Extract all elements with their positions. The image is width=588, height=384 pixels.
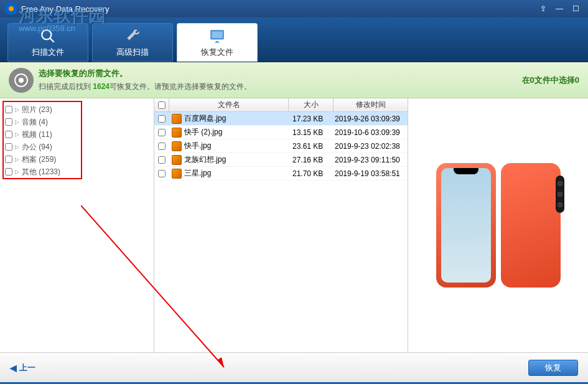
file-date: 2019-9-23 09:11:50 — [334, 156, 408, 164]
preview-phone-back — [501, 163, 561, 288]
chevron-right-icon: ▷ — [15, 156, 20, 162]
maximize-button[interactable]: ☐ — [568, 2, 583, 15]
file-list: 文件名 大小 修改时间 百度网盘.jpg 17.23 KB 2019-9-26 … — [154, 98, 408, 352]
recover-button[interactable]: 恢复 — [528, 360, 578, 376]
magnifier-icon — [39, 27, 57, 45]
col-size[interactable]: 大小 — [289, 98, 334, 111]
file-date: 2019-9-19 03:58:51 — [334, 169, 408, 178]
preview-phone-front — [436, 163, 496, 288]
category-item[interactable]: ▷音频 (4) — [0, 116, 154, 128]
image-file-icon — [172, 169, 182, 179]
tab-recover[interactable]: 恢复文件 — [177, 23, 258, 62]
col-name[interactable]: 文件名 — [169, 98, 289, 111]
file-size: 17.23 KB — [289, 115, 334, 123]
file-date: 2019-9-26 03:09:39 — [334, 115, 408, 123]
svg-point-0 — [42, 30, 51, 39]
category-sidebar: ▷照片 (23)▷音频 (4)▷视频 (11)▷办公 (94)▷档案 (259)… — [0, 98, 154, 352]
category-item[interactable]: ▷其他 (1233) — [0, 166, 154, 178]
info-title: 选择要恢复的所需文件。 — [39, 68, 522, 79]
image-file-icon — [172, 114, 182, 124]
file-name: 三星.jpg — [184, 168, 211, 179]
chevron-right-icon: ▷ — [15, 119, 20, 125]
tab-scan[interactable]: 扫描文件 — [7, 23, 88, 62]
file-name: 龙族幻想.jpg — [184, 154, 226, 165]
back-button[interactable]: ◀ 上一 — [10, 362, 35, 373]
wrench-icon — [124, 27, 141, 45]
category-checkbox[interactable] — [5, 131, 12, 138]
file-row[interactable]: 三星.jpg 21.70 KB 2019-9-19 03:58:51 — [154, 167, 408, 180]
file-header: 文件名 大小 修改时间 — [154, 98, 408, 112]
file-size: 27.16 KB — [289, 156, 334, 164]
file-checkbox[interactable] — [158, 156, 166, 164]
category-checkbox[interactable] — [5, 118, 12, 126]
info-bar: 选择要恢复的所需文件。 扫描完成后找到 1624可恢复文件。请预览并选择要恢复的… — [0, 62, 588, 98]
chevron-right-icon: ▷ — [15, 131, 20, 138]
arrow-left-icon: ◀ — [10, 363, 17, 373]
preview-pane — [408, 98, 588, 352]
file-checkbox[interactable] — [158, 115, 166, 123]
footer: ◀ 上一 恢复 — [0, 352, 588, 382]
svg-point-4 — [19, 78, 24, 83]
svg-rect-2 — [212, 31, 222, 38]
file-name: 百度网盘.jpg — [184, 113, 226, 124]
file-size: 23.61 KB — [289, 142, 334, 151]
select-all-checkbox[interactable] — [158, 101, 166, 109]
category-item[interactable]: ▷办公 (94) — [0, 141, 154, 153]
minimize-button[interactable]: — — [552, 2, 567, 15]
file-size: 21.70 KB — [289, 169, 334, 178]
category-item[interactable]: ▷照片 (23) — [0, 103, 154, 116]
tab-advanced[interactable]: 高级扫描 — [92, 23, 173, 62]
file-row[interactable]: 快手.jpg 23.61 KB 2019-9-23 02:02:38 — [154, 139, 408, 153]
selection-count: 在0文件中选择0 — [522, 75, 579, 86]
chevron-right-icon: ▷ — [15, 144, 20, 150]
category-item[interactable]: ▷视频 (11) — [0, 128, 154, 141]
file-row[interactable]: 快手 (2).jpg 13.15 KB 2019-10-6 03:09:39 — [154, 126, 408, 139]
file-name: 快手.jpg — [184, 141, 211, 151]
file-size: 13.15 KB — [289, 128, 334, 137]
info-desc: 扫描完成后找到 1624可恢复文件。请预览并选择要恢复的文件。 — [39, 82, 522, 92]
chevron-right-icon: ▷ — [15, 169, 20, 175]
file-row[interactable]: 百度网盘.jpg 17.23 KB 2019-9-26 03:09:39 — [154, 112, 408, 126]
app-logo-icon — [5, 2, 17, 15]
col-date[interactable]: 修改时间 — [334, 98, 408, 111]
category-checkbox[interactable] — [5, 143, 12, 151]
category-checkbox[interactable] — [5, 168, 12, 176]
export-icon[interactable]: ⇪ — [536, 2, 551, 15]
recover-icon — [208, 27, 226, 45]
titlebar-title: Free Any Data Recovery — [21, 4, 110, 14]
image-file-icon — [172, 128, 182, 138]
image-file-icon — [172, 155, 182, 165]
toolbar: 扫描文件 高级扫描 恢复文件 — [0, 17, 588, 62]
image-file-icon — [172, 141, 182, 151]
file-checkbox[interactable] — [158, 129, 166, 136]
file-name: 快手 (2).jpg — [184, 127, 222, 138]
target-icon — [9, 68, 34, 93]
category-item[interactable]: ▷档案 (259) — [0, 153, 154, 166]
category-checkbox[interactable] — [5, 156, 12, 163]
file-checkbox[interactable] — [158, 170, 166, 177]
category-checkbox[interactable] — [5, 106, 12, 113]
titlebar: Free Any Data Recovery ⇪ — ☐ — [0, 0, 588, 17]
file-date: 2019-10-6 03:09:39 — [334, 128, 408, 137]
file-row[interactable]: 龙族幻想.jpg 27.16 KB 2019-9-23 09:11:50 — [154, 153, 408, 167]
file-date: 2019-9-23 02:02:38 — [334, 142, 408, 151]
file-checkbox[interactable] — [158, 143, 166, 150]
chevron-right-icon: ▷ — [15, 106, 20, 113]
